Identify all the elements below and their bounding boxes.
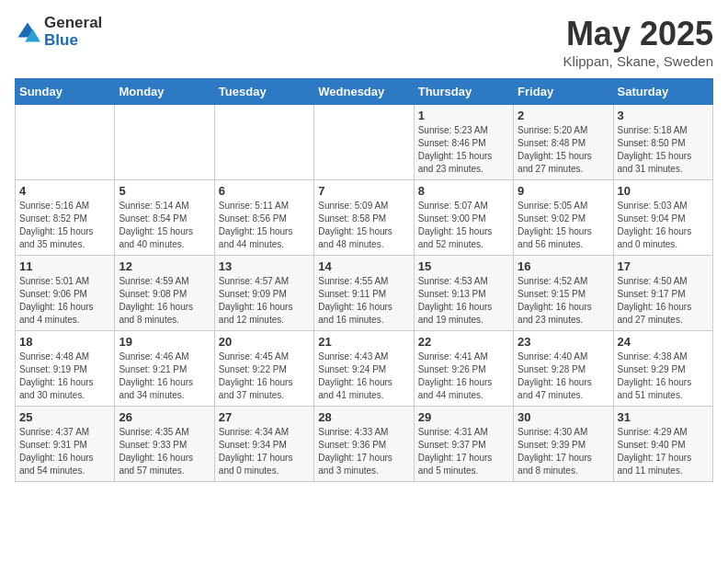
day-info: Sunrise: 5:16 AM Sunset: 8:52 PM Dayligh… — [19, 200, 110, 251]
day-info: Sunrise: 4:46 AM Sunset: 9:21 PM Dayligh… — [119, 350, 210, 402]
calendar-cell: 8Sunrise: 5:07 AM Sunset: 9:00 PM Daylig… — [414, 180, 513, 256]
column-header-thursday: Thursday — [414, 79, 513, 105]
day-info: Sunrise: 4:30 AM Sunset: 9:39 PM Dayligh… — [518, 426, 609, 477]
day-info: Sunrise: 5:07 AM Sunset: 9:00 PM Dayligh… — [418, 200, 509, 251]
calendar-cell: 7Sunrise: 5:09 AM Sunset: 8:58 PM Daylig… — [314, 180, 414, 256]
day-number: 11 — [19, 259, 110, 273]
day-info: Sunrise: 4:55 AM Sunset: 9:11 PM Dayligh… — [318, 275, 409, 327]
column-header-monday: Monday — [115, 79, 214, 105]
day-number: 27 — [219, 410, 310, 424]
location: Klippan, Skane, Sweden — [563, 53, 713, 69]
calendar-cell: 12Sunrise: 4:59 AM Sunset: 9:08 PM Dayli… — [115, 256, 214, 331]
logo-blue: Blue — [44, 32, 102, 50]
calendar-week-row: 1Sunrise: 5:23 AM Sunset: 8:46 PM Daylig… — [16, 105, 713, 180]
calendar-cell: 13Sunrise: 4:57 AM Sunset: 9:09 PM Dayli… — [214, 256, 313, 331]
day-number: 13 — [219, 259, 310, 273]
calendar-cell: 22Sunrise: 4:41 AM Sunset: 9:26 PM Dayli… — [414, 331, 513, 407]
day-info: Sunrise: 4:33 AM Sunset: 9:36 PM Dayligh… — [318, 426, 409, 477]
day-number: 15 — [418, 259, 509, 273]
calendar-cell: 18Sunrise: 4:48 AM Sunset: 9:19 PM Dayli… — [16, 331, 115, 407]
day-info: Sunrise: 5:14 AM Sunset: 8:54 PM Dayligh… — [119, 200, 210, 251]
day-number: 19 — [119, 335, 210, 349]
calendar-cell: 21Sunrise: 4:43 AM Sunset: 9:24 PM Dayli… — [314, 331, 414, 407]
calendar-cell: 30Sunrise: 4:30 AM Sunset: 9:39 PM Dayli… — [514, 407, 613, 482]
column-header-friday: Friday — [514, 79, 613, 105]
day-info: Sunrise: 5:23 AM Sunset: 8:46 PM Dayligh… — [418, 124, 509, 176]
calendar-cell — [115, 105, 214, 180]
calendar-cell: 15Sunrise: 4:53 AM Sunset: 9:13 PM Dayli… — [414, 256, 513, 331]
day-info: Sunrise: 4:53 AM Sunset: 9:13 PM Dayligh… — [418, 275, 509, 327]
day-info: Sunrise: 5:20 AM Sunset: 8:48 PM Dayligh… — [518, 124, 609, 176]
calendar-cell: 9Sunrise: 5:05 AM Sunset: 9:02 PM Daylig… — [514, 180, 613, 256]
day-info: Sunrise: 4:40 AM Sunset: 9:28 PM Dayligh… — [518, 350, 609, 402]
day-info: Sunrise: 5:05 AM Sunset: 9:02 PM Dayligh… — [518, 200, 609, 251]
day-info: Sunrise: 4:38 AM Sunset: 9:29 PM Dayligh… — [618, 350, 709, 402]
day-info: Sunrise: 4:41 AM Sunset: 9:26 PM Dayligh… — [418, 350, 509, 402]
calendar-cell: 17Sunrise: 4:50 AM Sunset: 9:17 PM Dayli… — [613, 256, 712, 331]
day-info: Sunrise: 5:18 AM Sunset: 8:50 PM Dayligh… — [618, 124, 709, 176]
day-number: 22 — [418, 335, 509, 349]
day-number: 31 — [618, 410, 709, 424]
calendar-cell: 1Sunrise: 5:23 AM Sunset: 8:46 PM Daylig… — [414, 105, 513, 180]
calendar-cell: 3Sunrise: 5:18 AM Sunset: 8:50 PM Daylig… — [613, 105, 712, 180]
calendar-cell: 20Sunrise: 4:45 AM Sunset: 9:22 PM Dayli… — [214, 331, 313, 407]
day-number: 1 — [418, 109, 509, 122]
day-info: Sunrise: 4:48 AM Sunset: 9:19 PM Dayligh… — [19, 350, 110, 402]
day-number: 7 — [318, 184, 409, 198]
calendar-week-row: 4Sunrise: 5:16 AM Sunset: 8:52 PM Daylig… — [16, 180, 713, 256]
calendar-cell: 6Sunrise: 5:11 AM Sunset: 8:56 PM Daylig… — [214, 180, 313, 256]
day-number: 5 — [119, 184, 210, 198]
calendar-week-row: 25Sunrise: 4:37 AM Sunset: 9:31 PM Dayli… — [16, 407, 713, 482]
day-info: Sunrise: 4:31 AM Sunset: 9:37 PM Dayligh… — [418, 426, 509, 477]
calendar-header-row: SundayMondayTuesdayWednesdayThursdayFrid… — [16, 79, 713, 105]
calendar-cell: 16Sunrise: 4:52 AM Sunset: 9:15 PM Dayli… — [514, 256, 613, 331]
day-info: Sunrise: 4:45 AM Sunset: 9:22 PM Dayligh… — [219, 350, 310, 402]
page-header: General Blue May 2025 Klippan, Skane, Sw… — [15, 15, 713, 69]
day-info: Sunrise: 5:11 AM Sunset: 8:56 PM Dayligh… — [219, 200, 310, 251]
calendar-cell — [16, 105, 115, 180]
day-number: 23 — [518, 335, 609, 349]
calendar-cell: 5Sunrise: 5:14 AM Sunset: 8:54 PM Daylig… — [115, 180, 214, 256]
calendar-cell: 31Sunrise: 4:29 AM Sunset: 9:40 PM Dayli… — [613, 407, 712, 482]
day-info: Sunrise: 4:43 AM Sunset: 9:24 PM Dayligh… — [318, 350, 409, 402]
day-number: 21 — [318, 335, 409, 349]
day-info: Sunrise: 4:34 AM Sunset: 9:34 PM Dayligh… — [219, 426, 310, 477]
calendar-cell: 19Sunrise: 4:46 AM Sunset: 9:21 PM Dayli… — [115, 331, 214, 407]
day-info: Sunrise: 4:57 AM Sunset: 9:09 PM Dayligh… — [219, 275, 310, 327]
calendar-cell: 2Sunrise: 5:20 AM Sunset: 8:48 PM Daylig… — [514, 105, 613, 180]
column-header-tuesday: Tuesday — [214, 79, 313, 105]
day-info: Sunrise: 5:03 AM Sunset: 9:04 PM Dayligh… — [618, 200, 709, 251]
column-header-saturday: Saturday — [613, 79, 712, 105]
logo-text: General Blue — [44, 15, 102, 49]
calendar-cell: 14Sunrise: 4:55 AM Sunset: 9:11 PM Dayli… — [314, 256, 414, 331]
calendar-cell: 27Sunrise: 4:34 AM Sunset: 9:34 PM Dayli… — [214, 407, 313, 482]
calendar-cell: 10Sunrise: 5:03 AM Sunset: 9:04 PM Dayli… — [613, 180, 712, 256]
day-info: Sunrise: 4:52 AM Sunset: 9:15 PM Dayligh… — [518, 275, 609, 327]
calendar-cell: 11Sunrise: 5:01 AM Sunset: 9:06 PM Dayli… — [16, 256, 115, 331]
day-number: 17 — [618, 259, 709, 273]
day-number: 2 — [518, 109, 609, 122]
day-number: 6 — [219, 184, 310, 198]
calendar-table: SundayMondayTuesdayWednesdayThursdayFrid… — [15, 78, 713, 482]
month-title: May 2025 — [563, 15, 713, 53]
day-number: 12 — [119, 259, 210, 273]
day-info: Sunrise: 4:35 AM Sunset: 9:33 PM Dayligh… — [119, 426, 210, 477]
day-number: 26 — [119, 410, 210, 424]
calendar-week-row: 18Sunrise: 4:48 AM Sunset: 9:19 PM Dayli… — [16, 331, 713, 407]
calendar-cell: 28Sunrise: 4:33 AM Sunset: 9:36 PM Dayli… — [314, 407, 414, 482]
day-info: Sunrise: 4:37 AM Sunset: 9:31 PM Dayligh… — [19, 426, 110, 477]
calendar-cell: 25Sunrise: 4:37 AM Sunset: 9:31 PM Dayli… — [16, 407, 115, 482]
calendar-cell: 29Sunrise: 4:31 AM Sunset: 9:37 PM Dayli… — [414, 407, 513, 482]
day-info: Sunrise: 5:09 AM Sunset: 8:58 PM Dayligh… — [318, 200, 409, 251]
column-header-wednesday: Wednesday — [314, 79, 414, 105]
day-info: Sunrise: 4:50 AM Sunset: 9:17 PM Dayligh… — [618, 275, 709, 327]
logo-icon — [15, 19, 40, 45]
calendar-cell: 24Sunrise: 4:38 AM Sunset: 9:29 PM Dayli… — [613, 331, 712, 407]
title-block: May 2025 Klippan, Skane, Sweden — [563, 15, 713, 69]
logo: General Blue — [15, 15, 102, 49]
calendar-cell: 23Sunrise: 4:40 AM Sunset: 9:28 PM Dayli… — [514, 331, 613, 407]
day-info: Sunrise: 4:29 AM Sunset: 9:40 PM Dayligh… — [618, 426, 709, 477]
calendar-cell — [314, 105, 414, 180]
day-number: 25 — [19, 410, 110, 424]
day-number: 14 — [318, 259, 409, 273]
